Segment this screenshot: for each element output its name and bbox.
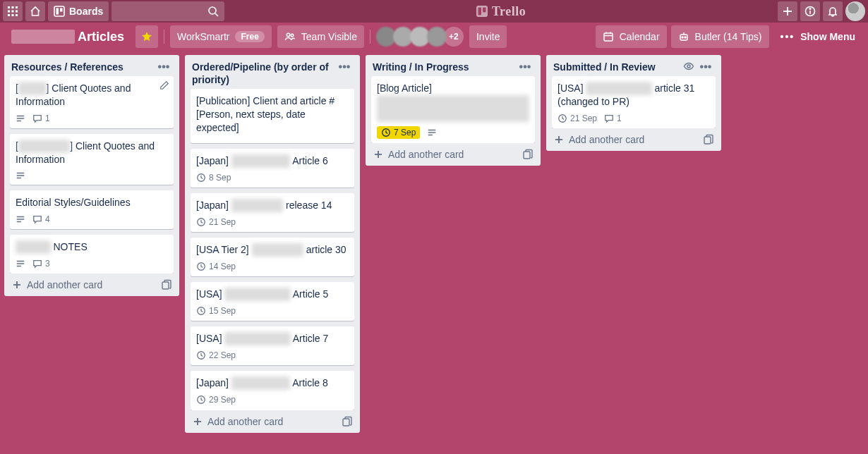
card-title: [████] Client Quotes and Information <box>16 82 168 109</box>
plus-icon <box>192 416 203 427</box>
show-menu-button[interactable]: ••• Show Menu <box>773 25 863 48</box>
card-title: [Japan] ████ ████ Article 8 <box>196 376 349 390</box>
plus-icon <box>11 279 23 290</box>
list-menu-button[interactable]: ••• <box>697 61 714 73</box>
comments-badge: 3 <box>32 258 50 269</box>
redacted-text <box>11 30 75 44</box>
card[interactable]: [USA] ████ █████ article 31 (changed to … <box>552 76 716 128</box>
card[interactable]: [████] Client Quotes and Information1 <box>10 76 174 128</box>
member-avatar[interactable] <box>427 27 447 47</box>
card[interactable]: [████ ███] Client Quotes and Information <box>10 134 174 185</box>
list-header: Resources / References••• <box>4 55 179 76</box>
svg-rect-14 <box>476 6 488 17</box>
logo-text: Trello <box>492 4 526 19</box>
create-button[interactable] <box>778 1 797 21</box>
info-button[interactable] <box>800 1 820 21</box>
logo[interactable]: Trello <box>227 4 775 19</box>
workspace-plan: Free <box>235 31 264 42</box>
clock-icon <box>196 395 206 405</box>
svg-rect-9 <box>54 6 64 16</box>
list-title[interactable]: Submitted / In Review <box>553 61 680 73</box>
comment-icon <box>604 114 614 123</box>
card-title: [USA] ████ █████ article 31 (changed to … <box>557 82 710 109</box>
member-overflow[interactable]: +2 <box>444 27 464 47</box>
visibility-label: Team Visible <box>301 31 357 42</box>
due-badge: 29 Sep <box>196 394 236 405</box>
list-title[interactable]: Resources / References <box>11 61 152 73</box>
card[interactable]: [USA] ████ █████ Article 515 Sep <box>191 282 354 321</box>
add-card-button[interactable]: Add another card <box>366 143 541 166</box>
trello-logo-icon <box>476 6 488 17</box>
description-badge <box>16 171 25 180</box>
butler-button[interactable]: Butler (14 Tips) <box>671 25 769 48</box>
notifications-button[interactable] <box>823 1 843 21</box>
user-avatar[interactable] <box>845 1 865 21</box>
list-header: Submitted / In Review••• <box>546 55 721 76</box>
card[interactable]: [USA] ████ █████ Article 722 Sep <box>191 326 354 365</box>
home-button[interactable] <box>25 1 45 21</box>
workspace-chip[interactable]: WorkSmartr Free <box>170 25 272 48</box>
card[interactable]: [Blog Article] ██████ ███████ ████████ █… <box>371 76 535 143</box>
card-template-button[interactable] <box>522 149 534 160</box>
card-template-button[interactable] <box>342 416 353 427</box>
due-badge: 14 Sep <box>196 261 236 272</box>
svg-point-63 <box>687 65 690 68</box>
search-input[interactable] <box>111 1 224 21</box>
card-badges <box>16 171 168 180</box>
list-title[interactable]: Writing / In Progress <box>373 61 514 73</box>
member-stack[interactable]: +2 <box>376 27 464 47</box>
svg-rect-1 <box>12 6 14 8</box>
edit-card-button[interactable] <box>159 80 169 90</box>
list-menu-button[interactable]: ••• <box>517 61 534 73</box>
card[interactable]: Editorial Styles/Guidelines4 <box>10 190 174 229</box>
workspace-name: WorkSmartr <box>177 31 229 42</box>
list-menu-button[interactable]: ••• <box>155 61 172 73</box>
svg-rect-55 <box>343 419 349 426</box>
description-icon <box>16 259 25 269</box>
svg-rect-4 <box>12 11 14 13</box>
plus-icon <box>553 134 565 145</box>
card[interactable]: █████ NOTES3 <box>10 235 174 274</box>
card-template-button[interactable] <box>161 279 172 290</box>
card-title: [Blog Article] ██████ ███████ ████████ █… <box>377 82 529 122</box>
list-menu-button[interactable]: ••• <box>336 61 353 73</box>
star-button[interactable] <box>135 25 158 48</box>
comment-icon <box>32 114 42 123</box>
card-badges: 21 Sep1 <box>557 113 710 124</box>
template-icon <box>703 134 714 145</box>
comment-icon <box>32 259 42 269</box>
divider <box>370 30 370 44</box>
calendar-button[interactable]: Calendar <box>596 25 667 48</box>
boards-button[interactable]: Boards <box>48 1 109 21</box>
clock-icon <box>196 306 206 316</box>
due-badge: 21 Sep <box>557 113 597 124</box>
card-badges: 15 Sep <box>196 305 349 317</box>
add-card-button[interactable]: Add another card <box>4 274 179 296</box>
pencil-icon <box>159 80 169 90</box>
add-card-button[interactable]: Add another card <box>546 128 721 151</box>
template-icon <box>161 279 172 290</box>
card[interactable]: [USA Tier 2] ███ ████ article 3014 Sep <box>191 238 354 276</box>
star-icon <box>141 31 152 42</box>
due-badge: 21 Sep <box>196 216 236 228</box>
description-icon <box>16 171 25 180</box>
card[interactable]: [Publication] Client and article # [Pers… <box>191 89 354 143</box>
card[interactable]: [Japan] ████ ███ release 1421 Sep <box>191 193 354 232</box>
list-title[interactable]: Ordered/Pipeline (by order of priority) <box>192 61 333 86</box>
card-badges: 8 Sep <box>196 172 349 183</box>
card-title: [USA] ████ █████ Article 7 <box>196 332 349 345</box>
butler-icon <box>678 31 689 42</box>
card-badges: 22 Sep <box>196 350 349 361</box>
board-title[interactable]: Articles <box>6 30 130 44</box>
card-title: [USA] ████ █████ Article 5 <box>196 288 349 301</box>
visibility-chip[interactable]: Team Visible <box>277 25 364 48</box>
card-template-button[interactable] <box>703 134 714 145</box>
list: Resources / References•••[████] Client Q… <box>4 55 179 296</box>
card[interactable]: [Japan] ████ ████ Article 68 Sep <box>191 149 354 188</box>
add-card-button[interactable]: Add another card <box>185 410 360 433</box>
invite-button[interactable]: Invite <box>469 25 507 48</box>
svg-point-22 <box>287 33 289 36</box>
card[interactable]: [Japan] ████ ████ Article 829 Sep <box>191 371 354 410</box>
apps-button[interactable] <box>3 1 23 21</box>
list: Writing / In Progress•••[Blog Article] █… <box>366 55 541 166</box>
